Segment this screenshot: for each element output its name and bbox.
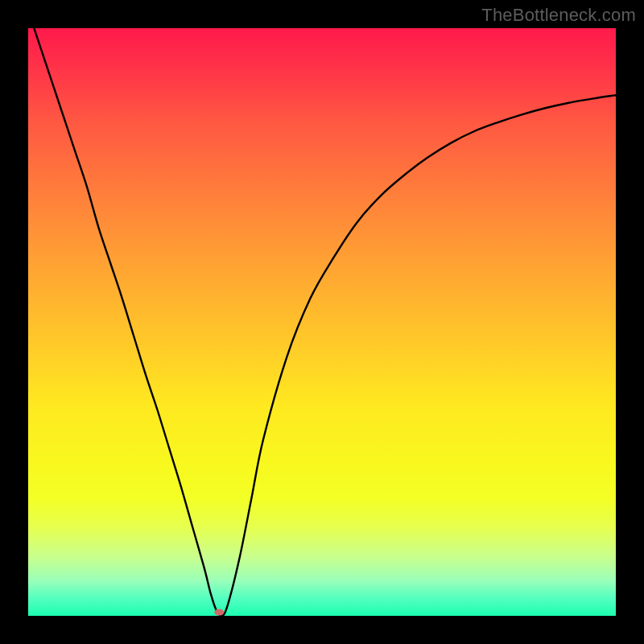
minimum-marker [214,609,224,616]
watermark-text: TheBottleneck.com [481,5,636,26]
chart-container: TheBottleneck.com [0,0,644,644]
plot-area [28,28,616,616]
curve-svg [28,28,616,616]
bottleneck-curve [28,28,616,616]
